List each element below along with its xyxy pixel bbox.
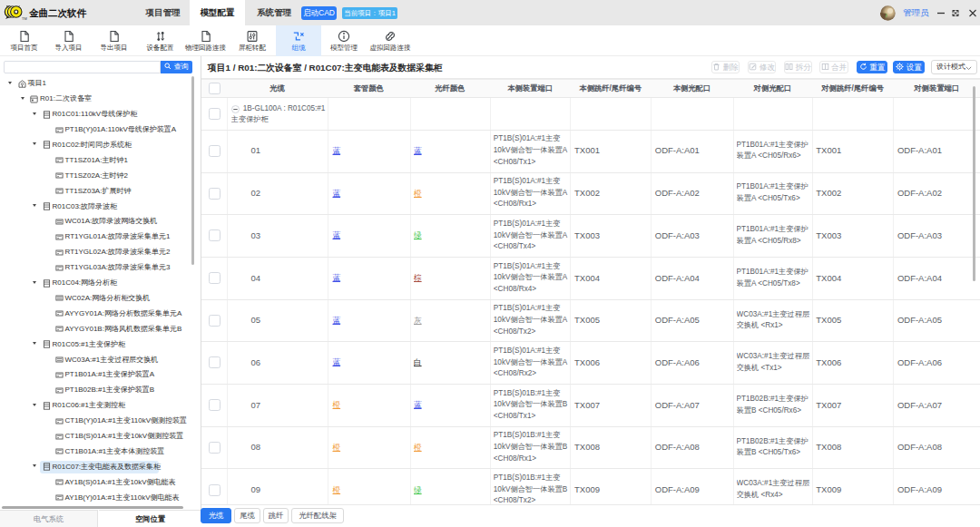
svg-text:TM: TM xyxy=(22,16,27,21)
